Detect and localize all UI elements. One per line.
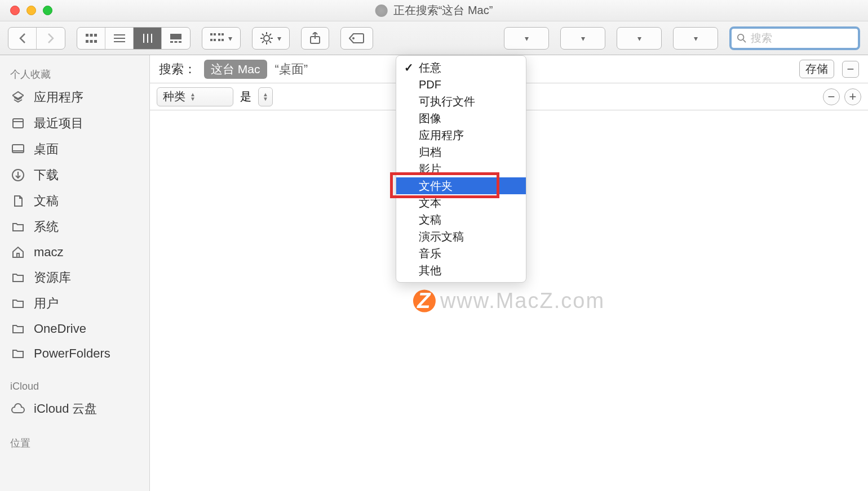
desktop-icon	[10, 141, 26, 157]
chevron-down-icon: ▾	[581, 34, 585, 43]
sidebar-item-icloud-drive[interactable]: iCloud 云盘	[0, 396, 149, 422]
view-gallery-button[interactable]	[162, 28, 190, 49]
sidebar-item-powerfolders[interactable]: PowerFolders	[0, 341, 149, 366]
sidebar-item-home[interactable]: macz	[0, 240, 149, 265]
kind-option[interactable]: 文稿	[396, 211, 526, 228]
updown-icon: ▲▼	[190, 92, 196, 101]
svg-rect-12	[170, 34, 181, 39]
kind-dropdown-menu[interactable]: 任意PDF可执行文件图像应用程序归档影片文件夹文本文稿演示文稿音乐其他	[396, 55, 526, 283]
svg-rect-21	[214, 39, 216, 41]
add-criteria-button[interactable]: +	[844, 88, 861, 105]
search-input[interactable]	[751, 32, 852, 44]
sidebar-item-applications[interactable]: 应用程序	[0, 84, 149, 110]
sidebar: 个人收藏 应用程序 最近项目 桌面 下载 文稿 系统 macz	[0, 55, 150, 491]
search-icon	[737, 33, 746, 43]
group-by-button[interactable]: ▾	[202, 27, 241, 50]
kind-option[interactable]: 影片	[396, 160, 526, 177]
sidebar-item-users[interactable]: 用户	[0, 291, 149, 316]
sidebar-item-label: 最近项目	[34, 115, 83, 132]
kind-option[interactable]: PDF	[396, 76, 526, 93]
kind-option[interactable]: 其他	[396, 262, 526, 279]
sidebar-item-label: 资源库	[34, 269, 71, 286]
criteria-is-label: 是	[240, 89, 251, 104]
svg-rect-13	[170, 41, 173, 43]
minimize-window-button[interactable]	[26, 6, 36, 15]
sidebar-item-label: PowerFolders	[34, 346, 110, 361]
sidebar-item-documents[interactable]: 文稿	[0, 188, 149, 214]
kind-option[interactable]: 文件夹	[396, 177, 526, 194]
folder-icon	[10, 219, 26, 235]
kind-option[interactable]: 图像	[396, 110, 526, 127]
main-pane: 搜索： 这台 Mac “桌面” 存储 − 种类 ▲▼ 是 ▲▼ − + Zwww…	[150, 55, 868, 491]
sidebar-item-label: 用户	[34, 295, 59, 312]
svg-rect-2	[94, 34, 97, 37]
toolbar-dropdown-3[interactable]: ▾	[617, 27, 662, 50]
applications-icon	[10, 90, 26, 105]
sidebar-section-header-icloud: iCloud	[0, 376, 149, 396]
svg-line-37	[743, 39, 746, 42]
svg-rect-44	[17, 253, 19, 257]
search-scope-desktop[interactable]: “桌面”	[275, 61, 308, 78]
criteria-value-select-partial[interactable]: ▲▼	[258, 87, 273, 106]
svg-line-32	[269, 34, 271, 35]
sidebar-item-label: 应用程序	[34, 89, 83, 106]
view-icons-button[interactable]	[77, 28, 105, 49]
svg-rect-19	[222, 33, 224, 35]
watermark: Zwww.MacZ.com	[413, 289, 605, 313]
svg-rect-15	[179, 41, 181, 43]
kind-option[interactable]: 任意	[396, 59, 526, 76]
action-menu-button[interactable]: ▾	[252, 27, 290, 50]
toolbar-dropdown-1[interactable]: ▾	[504, 27, 549, 50]
kind-option[interactable]: 应用程序	[396, 127, 526, 144]
view-columns-button[interactable]	[134, 28, 162, 49]
svg-line-30	[269, 41, 271, 43]
sidebar-item-label: iCloud 云盘	[34, 400, 97, 417]
svg-rect-23	[222, 39, 224, 41]
svg-rect-4	[90, 40, 92, 43]
recents-icon	[10, 115, 26, 131]
home-icon	[10, 244, 26, 260]
sidebar-item-label: 系统	[34, 218, 59, 235]
nav-back-forward	[8, 27, 65, 50]
criteria-attribute-select[interactable]: 种类 ▲▼	[157, 87, 233, 106]
kind-option[interactable]: 音乐	[396, 245, 526, 262]
sidebar-item-downloads[interactable]: 下载	[0, 162, 149, 188]
sidebar-item-label: 桌面	[34, 141, 59, 158]
sidebar-item-label: 下载	[34, 167, 59, 184]
svg-line-29	[262, 34, 264, 35]
close-window-button[interactable]	[10, 6, 20, 15]
chevron-down-icon: ▾	[694, 34, 698, 43]
kind-option[interactable]: 文本	[396, 194, 526, 211]
chevron-down-icon: ▾	[228, 34, 232, 43]
save-search-button[interactable]: 存储	[799, 60, 834, 78]
svg-rect-16	[210, 33, 212, 35]
toolbar-dropdown-4[interactable]: ▾	[673, 27, 718, 50]
share-button[interactable]	[301, 27, 329, 50]
search-field[interactable]	[729, 26, 860, 50]
svg-line-31	[262, 41, 264, 43]
sidebar-item-system[interactable]: 系统	[0, 214, 149, 240]
kind-option[interactable]: 归档	[396, 144, 526, 160]
svg-rect-20	[210, 39, 212, 41]
collapse-button[interactable]: −	[842, 61, 859, 78]
fullscreen-window-button[interactable]	[43, 6, 52, 15]
sidebar-item-desktop[interactable]: 桌面	[0, 136, 149, 162]
search-scope-this-mac[interactable]: 这台 Mac	[204, 60, 267, 79]
updown-icon: ▲▼	[263, 92, 268, 101]
sidebar-item-library[interactable]: 资源库	[0, 265, 149, 291]
kind-option[interactable]: 演示文稿	[396, 228, 526, 245]
svg-point-36	[738, 34, 744, 40]
toolbar-dropdown-2[interactable]: ▾	[560, 27, 605, 50]
kind-option[interactable]: 可执行文件	[396, 93, 526, 110]
nav-forward-button[interactable]	[37, 28, 65, 49]
tag-button[interactable]	[340, 27, 373, 50]
view-list-button[interactable]	[105, 28, 134, 49]
search-scope-label: 搜索：	[159, 61, 196, 78]
svg-point-24	[264, 35, 269, 41]
window-title-text: 正在搜索“这台 Mac”	[393, 3, 493, 18]
nav-back-button[interactable]	[8, 28, 37, 49]
remove-criteria-button[interactable]: −	[823, 88, 840, 105]
sidebar-item-onedrive[interactable]: OneDrive	[0, 316, 149, 341]
svg-rect-17	[214, 33, 216, 35]
sidebar-item-recents[interactable]: 最近项目	[0, 110, 149, 136]
